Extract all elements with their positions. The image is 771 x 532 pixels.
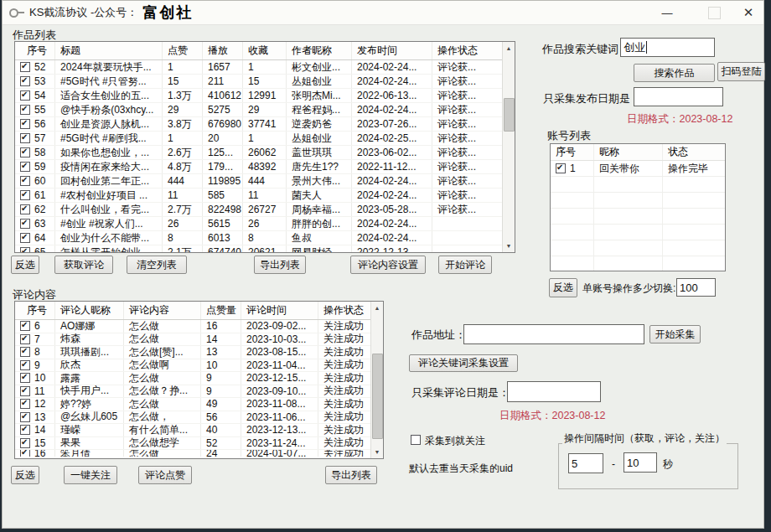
column-header-nickname[interactable]: 昵称	[594, 144, 663, 160]
column-header-plays[interactable]: 播放	[203, 42, 243, 59]
row-checkbox[interactable]	[20, 373, 30, 383]
row-checkbox[interactable]	[20, 334, 30, 344]
works-row[interactable]: 54 适合女生创业的五... 1.3万 410612 12991 张明杰Mi..…	[15, 89, 515, 103]
works-row[interactable]: 61 #农村创业好项目 ... 11 585 11 菌夫人 2024-02-24…	[15, 189, 515, 203]
like-comments-button[interactable]: 评论点赞	[138, 466, 192, 484]
row-checkbox[interactable]	[20, 176, 30, 186]
scrollbar-thumb[interactable]	[504, 98, 515, 132]
comment-row[interactable]: 16 笨月倩 怎么做 24 2024-01-07... 关注成功	[15, 450, 383, 457]
column-header-status[interactable]: 操作状态	[318, 302, 370, 319]
row-checkbox[interactable]	[20, 386, 30, 396]
maximize-button[interactable]	[700, 1, 728, 24]
account-row[interactable]: 1 回关带你 操作完毕	[551, 161, 725, 177]
row-checkbox[interactable]	[20, 76, 30, 86]
row-checkbox[interactable]	[20, 450, 30, 457]
row-checkbox[interactable]	[20, 412, 30, 422]
follow-on-collect-checkbox[interactable]	[411, 435, 421, 445]
row-checkbox[interactable]	[20, 204, 30, 214]
row-checkbox[interactable]	[20, 105, 30, 115]
comment-date-input[interactable]	[507, 381, 601, 402]
row-checkbox[interactable]	[20, 119, 30, 129]
comment-row[interactable]: 6 AO娜娜 怎么做 16 2023-09-02... 关注成功	[15, 320, 383, 333]
interval-max-input[interactable]	[624, 452, 657, 473]
comment-row[interactable]: 11 快手用户... 怎么做？挣... 9 2023-09-10... 关注成功	[15, 385, 383, 399]
scroll-up-button[interactable]: ▲	[371, 302, 383, 314]
comment-settings-button[interactable]: 评论内容设置	[350, 256, 426, 274]
clear-list-button[interactable]: 清空列表	[127, 256, 187, 274]
row-checkbox[interactable]	[20, 360, 30, 370]
row-checkbox[interactable]	[20, 133, 30, 143]
works-row[interactable]: 64 创业为什么不能带... 8 6013 8 鱼叔 2024-02-24...	[15, 231, 515, 245]
comment-keyword-settings-button[interactable]: 评论关键词采集设置	[409, 354, 518, 372]
scroll-up-button[interactable]: ▲	[503, 42, 515, 54]
column-header-publish-time[interactable]: 发布时间	[352, 42, 432, 59]
column-header-seq[interactable]: 序号	[15, 302, 55, 319]
column-header-seq[interactable]: 序号	[15, 42, 55, 59]
column-header-status[interactable]: 操作状态	[432, 42, 505, 59]
works-vertical-scrollbar[interactable]: ▲ ▼	[502, 42, 515, 252]
row-checkbox[interactable]	[20, 321, 30, 331]
row-checkbox[interactable]	[20, 162, 30, 172]
works-row[interactable]: 62 什么叫创业，看完... 2.7万 822498 26727 周杨幸福...…	[15, 203, 515, 217]
row-checkbox[interactable]	[20, 233, 30, 243]
column-header-favorites[interactable]: 收藏	[243, 42, 287, 59]
column-header-like-count[interactable]: 点赞量	[201, 302, 241, 319]
column-header-seq[interactable]: 序号	[551, 144, 594, 160]
column-header-commenter[interactable]: 评论人昵称	[55, 302, 124, 319]
export-comments-button[interactable]: 导出列表	[325, 466, 377, 484]
row-checkbox[interactable]	[20, 425, 30, 435]
scroll-down-button[interactable]: ▼	[503, 240, 515, 252]
column-header-author[interactable]: 作者昵称	[287, 42, 352, 59]
row-checkbox[interactable]	[20, 438, 30, 448]
comments-invert-button[interactable]: 反选	[11, 466, 39, 484]
works-row[interactable]: 60 回村创业第二年正... 444 119895 444 景州大伟... 20…	[15, 174, 515, 189]
comment-row[interactable]: 13 @幺妹儿605 怎么做， 56 2023-11-06... 关注成功	[15, 411, 383, 425]
interval-min-input[interactable]	[568, 453, 603, 473]
column-header-content[interactable]: 评论内容	[124, 302, 201, 319]
search-works-button[interactable]: 搜索作品	[634, 64, 715, 82]
works-row[interactable]: 63 #创业 #祝家人们... 26 5615 26 胖胖的创... 2024-…	[15, 217, 515, 231]
start-collect-button[interactable]: 开始采集	[649, 325, 701, 343]
comment-row[interactable]: 9 欣杰 怎么做啊 10 2023-11-04... 关注成功	[15, 359, 383, 373]
column-header-comment-time[interactable]: 评论时间	[241, 302, 318, 319]
row-checkbox[interactable]	[20, 90, 30, 101]
work-address-input[interactable]	[463, 324, 644, 344]
close-button[interactable]: ✕	[733, 1, 763, 24]
works-row[interactable]: 55 @快手粉条(03xhcy... 29 5275 29 程爸程妈... 20…	[15, 103, 515, 117]
publish-date-input[interactable]	[634, 87, 723, 106]
scrollbar-thumb[interactable]	[372, 354, 383, 439]
works-row[interactable]: 58 如果你也想创业，... 2.6万 125... 26062 盖世琪琪 20…	[15, 146, 515, 160]
row-checkbox[interactable]	[20, 62, 30, 72]
row-checkbox[interactable]	[20, 219, 30, 229]
works-row[interactable]: 53 #5G时代 #只管努... 15 211 15 丛姐创业 2024-02-…	[15, 75, 515, 89]
row-checkbox[interactable]	[20, 147, 30, 158]
start-comment-button[interactable]: 开始评论	[438, 256, 492, 274]
comment-row[interactable]: 15 果果 怎么做想学 52 2023-11-24... 关注成功	[15, 437, 383, 451]
comment-row[interactable]: 10 露露 怎么做 9 2023-12-15... 关注成功	[15, 372, 383, 385]
row-checkbox[interactable]	[20, 190, 30, 200]
comment-row[interactable]: 14 瑾嵘 有什么简单... 40 2023-12-13... 关注成功	[15, 424, 383, 437]
works-row[interactable]: 59 疫情闲在家来给大... 4.8万 179... 48392 唐先生1?? …	[15, 160, 515, 174]
comment-row[interactable]: 12 婷??婷 怎么做 49 2023-11-08... 关注成功	[15, 398, 383, 411]
scroll-down-button[interactable]: ▼	[371, 446, 383, 458]
accounts-invert-button[interactable]: 反选	[549, 278, 577, 297]
column-header-title[interactable]: 标题	[55, 42, 163, 59]
minimize-button[interactable]: —	[653, 1, 681, 24]
row-checkbox[interactable]	[556, 163, 566, 173]
row-checkbox[interactable]	[20, 347, 30, 357]
works-row[interactable]: 65 怎样从零开始创业... 2.1万 674740 20621 网易财经 20…	[15, 245, 515, 253]
row-checkbox[interactable]	[20, 399, 30, 409]
row-checkbox[interactable]	[20, 247, 30, 253]
works-row[interactable]: 56 创业是资源人脉机... 3.8万 676980 37741 逆袭奶爸 20…	[15, 117, 515, 132]
fetch-comments-button[interactable]: 获取评论	[54, 256, 113, 274]
qr-login-button[interactable]: 扫码登陆	[717, 62, 765, 81]
comments-vertical-scrollbar[interactable]: ▲ ▼	[370, 302, 383, 458]
export-works-button[interactable]: 导出列表	[254, 256, 306, 274]
works-row[interactable]: 52 2024年就要玩快手... 1 1657 1 彬文创业... 2024-0…	[15, 60, 515, 75]
follow-all-button[interactable]: 一键关注	[64, 466, 117, 484]
keyword-input[interactable]	[620, 38, 715, 57]
works-row[interactable]: 57 #5G时代 #刷到我... 1 20 1 丛姐创业 2024-02-25.…	[15, 132, 515, 146]
column-header-status[interactable]: 状态	[663, 144, 725, 160]
works-invert-button[interactable]: 反选	[11, 256, 39, 274]
comment-row[interactable]: 7 炜森 怎么做 14 2023-10-03... 关注成功	[15, 333, 383, 347]
